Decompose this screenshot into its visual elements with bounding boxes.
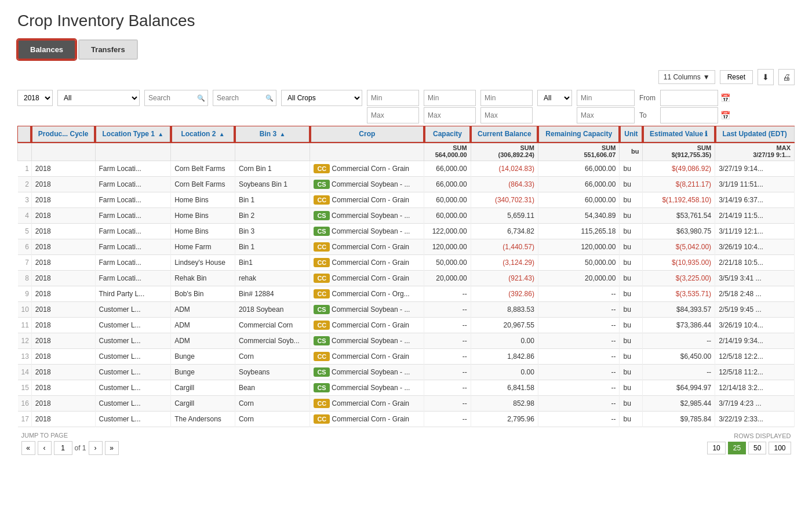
table-row: 4 2018 Farm Locati... Home Bins Bin 2 CS…	[18, 208, 795, 224]
to-label: To	[639, 111, 658, 119]
current-balance-min-input[interactable]	[424, 90, 476, 106]
row-current-balance: 0.00	[471, 365, 538, 380]
row-bin: Bin 1	[235, 192, 309, 208]
estimated-value-max-input[interactable]	[577, 107, 635, 123]
col-last-updated-header[interactable]: Last Updated (EDT)	[715, 126, 795, 142]
search2-filter-group: 🔍	[213, 90, 276, 106]
row-crop: CS Commercial Soybean - ...	[310, 365, 424, 380]
row-last-updated: 3/7/19 4:23 ...	[715, 396, 795, 412]
remaining-capacity-min-input[interactable]	[480, 90, 533, 106]
row-current-balance: 1,842.86	[471, 349, 538, 365]
from-date-input[interactable]	[660, 90, 718, 106]
rows-50-button[interactable]: 50	[748, 442, 766, 454]
remaining-capacity-max-input[interactable]	[480, 107, 533, 123]
row-cycle: 2018	[31, 161, 95, 177]
column-selector[interactable]: 11 Columns ▼	[658, 70, 715, 84]
row-unit: bu	[620, 224, 643, 239]
table-row: 9 2018 Third Party L... Bob's Bin Bin# 1…	[18, 286, 795, 302]
row-unit: bu	[620, 161, 643, 177]
table-row: 17 2018 Customer L... The Andersons Corn…	[18, 412, 795, 427]
row-estimated-value: $(8,211.17)	[643, 177, 715, 192]
row-estimated-value: $(10,935.00)	[643, 255, 715, 271]
row-current-balance: 0.00	[471, 333, 538, 349]
prev-page-button[interactable]: ‹	[38, 441, 52, 455]
col-crop-header[interactable]: Crop	[310, 126, 424, 142]
next-page-button[interactable]: ›	[89, 441, 103, 455]
row-remaining-capacity: --	[538, 396, 619, 412]
crop-badge: CS	[314, 180, 329, 189]
row-capacity: 122,000.00	[424, 224, 471, 239]
row-location: Corn Belt Farms	[171, 161, 235, 177]
current-balance-max-input[interactable]	[424, 107, 476, 123]
row-loc-type: Customer L...	[95, 396, 171, 412]
row-location: Cargill	[171, 396, 235, 412]
last-page-button[interactable]: »	[105, 441, 119, 455]
col-unit-header[interactable]: Unit	[620, 126, 643, 142]
row-bin: Bin 2	[235, 208, 309, 224]
row-loc-type: Farm Locati...	[95, 239, 171, 255]
row-last-updated: 3/26/19 10:4...	[715, 318, 795, 333]
year-select[interactable]: 2018 2017 2016	[17, 90, 53, 106]
from-calendar-icon[interactable]: 📅	[720, 93, 730, 103]
col-remaining-capacity-header[interactable]: Remaining Capacity	[538, 126, 619, 142]
crop-badge: CC	[314, 321, 330, 330]
unit-select[interactable]: All bu lb	[537, 90, 572, 106]
row-number: 4	[18, 208, 32, 224]
col-capacity-header[interactable]: Capacity	[424, 126, 471, 142]
crop-select[interactable]: All Crops Commercial Corn - Grain Commer…	[281, 90, 362, 106]
col-location-header[interactable]: Location 2 ▲	[171, 126, 235, 142]
row-location: Home Farm	[171, 239, 235, 255]
row-location: Bunge	[171, 349, 235, 365]
row-location: Home Bins	[171, 192, 235, 208]
row-capacity: --	[424, 365, 471, 380]
row-bin: Bin 1	[235, 239, 309, 255]
row-loc-type: Customer L...	[95, 333, 171, 349]
capacity-min-input[interactable]	[367, 90, 419, 106]
row-cycle: 2018	[31, 318, 95, 333]
tab-bar: Balances Transfers	[17, 39, 795, 60]
row-unit: bu	[620, 396, 643, 412]
download-button[interactable]: ⬇	[758, 69, 774, 85]
col-location-type-header[interactable]: Location Type 1 ▲	[95, 126, 171, 142]
row-unit: bu	[620, 177, 643, 192]
row-unit: bu	[620, 255, 643, 271]
rows-25-button[interactable]: 25	[728, 442, 746, 454]
row-location: ADM	[171, 333, 235, 349]
row-crop: CS Commercial Soybean - ...	[310, 224, 424, 239]
crop-badge: CC	[314, 195, 330, 205]
row-remaining-capacity: 120,000.00	[538, 239, 619, 255]
row-last-updated: 2/14/19 11:5...	[715, 208, 795, 224]
estimated-value-sum: SUM$(912,755.35)	[643, 142, 715, 161]
print-icon: 🖨	[782, 72, 791, 82]
row-location: Rehak Bin	[171, 271, 235, 286]
row-cycle: 2018	[31, 192, 95, 208]
first-page-button[interactable]: «	[21, 441, 35, 455]
current-page-input[interactable]	[54, 441, 72, 455]
crop-badge: CS	[314, 383, 329, 392]
estimated-value-min-input[interactable]	[577, 90, 635, 106]
rows-10-button[interactable]: 10	[707, 442, 725, 454]
row-bin: Bean	[235, 380, 309, 396]
col-prod-cycle-header[interactable]: Produc... Cycle	[31, 126, 95, 142]
reset-button[interactable]: Reset	[720, 70, 753, 84]
table-row: 10 2018 Customer L... ADM 2018 Soybean C…	[18, 302, 795, 318]
location-type-select[interactable]: All Farm Location Customer Location Thir…	[57, 90, 140, 106]
print-button[interactable]: 🖨	[778, 69, 795, 85]
row-capacity: --	[424, 286, 471, 302]
col-bin-header[interactable]: Bin 3 ▲	[235, 126, 309, 142]
tab-transfers[interactable]: Transfers	[78, 39, 138, 60]
col-current-balance-header[interactable]: Current Balance	[471, 126, 538, 142]
tab-balances[interactable]: Balances	[17, 39, 76, 60]
table-row: 8 2018 Farm Locati... Rehak Bin rehak CC…	[18, 271, 795, 286]
table-row: 1 2018 Farm Locati... Corn Belt Farms Co…	[18, 161, 795, 177]
col-estimated-value-header[interactable]: Estimated Value ℹ	[643, 126, 715, 142]
row-capacity: --	[424, 412, 471, 427]
row-estimated-value: $(3,535.71)	[643, 286, 715, 302]
row-number: 12	[18, 333, 32, 349]
to-calendar-icon[interactable]: 📅	[720, 111, 730, 120]
row-number: 11	[18, 318, 32, 333]
to-date-input[interactable]	[660, 107, 718, 123]
capacity-max-input[interactable]	[367, 107, 419, 123]
rows-100-button[interactable]: 100	[769, 442, 791, 454]
row-loc-type: Customer L...	[95, 365, 171, 380]
